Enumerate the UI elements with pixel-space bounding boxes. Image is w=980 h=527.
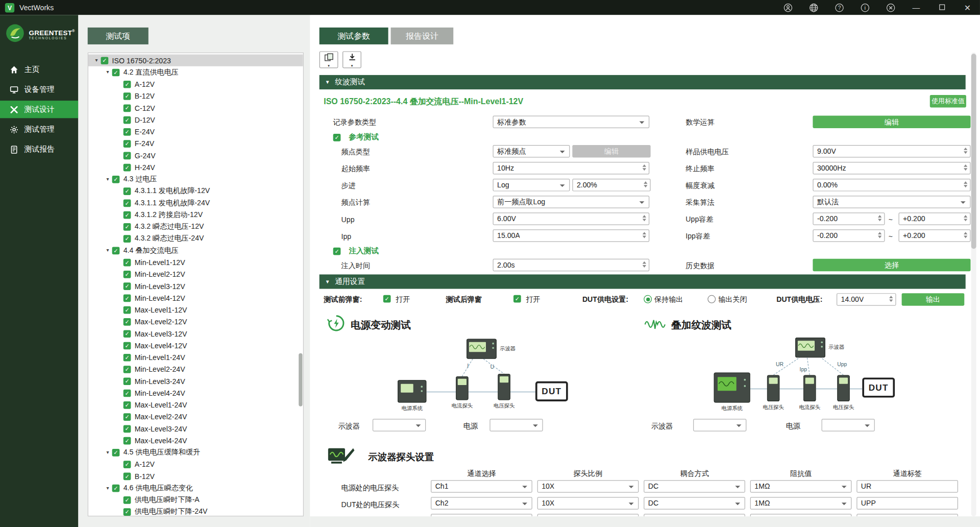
power-select[interactable] (822, 419, 875, 431)
node-checkbox[interactable]: ✓ (124, 116, 131, 124)
node-checkbox[interactable]: ✓ (101, 57, 109, 64)
tree-node[interactable]: ✓F-24V (88, 137, 303, 149)
upp-tolerance-high-input[interactable]: +0.200 (898, 212, 970, 225)
ripple-test-section-bar[interactable]: ▼ 纹波测试 (320, 75, 966, 89)
general-settings-section-bar[interactable]: ▼ 通用设置 (320, 274, 966, 289)
node-checkbox[interactable]: ✓ (124, 342, 131, 349)
node-checkbox[interactable]: ✓ (112, 68, 120, 76)
node-checkbox[interactable]: ✓ (124, 152, 131, 159)
info-icon[interactable]: i (860, 3, 870, 13)
node-checkbox[interactable]: ✓ (124, 461, 131, 468)
exit-icon[interactable] (886, 3, 896, 13)
channel-tag-input[interactable]: UPP (856, 497, 958, 509)
post-test-popup-checkbox[interactable]: ✓ (513, 295, 521, 303)
node-checkbox[interactable]: ✓ (124, 294, 131, 302)
node-checkbox[interactable]: ✓ (124, 413, 131, 421)
tree-node[interactable]: ✓Min-Level3-24V (88, 375, 303, 387)
node-checkbox[interactable]: ✓ (124, 496, 131, 504)
tree-node[interactable]: ✓Max-Level2-24V (88, 411, 303, 422)
expander-icon[interactable]: ▼ (92, 58, 101, 63)
node-checkbox[interactable]: ✓ (112, 484, 120, 492)
tree-node[interactable]: ✓供电电压瞬时下降-A (88, 494, 303, 506)
node-checkbox[interactable]: ✓ (124, 92, 131, 100)
ipp-input[interactable]: 15.00A (493, 229, 649, 242)
tree-node[interactable]: ✓供电电压瞬时下降-24V (88, 506, 303, 516)
node-checkbox[interactable]: ✓ (124, 353, 131, 361)
node-checkbox[interactable]: ✓ (124, 258, 131, 266)
sample-supply-voltage-input[interactable]: 9.00V (813, 145, 970, 157)
tree-node[interactable]: ✓Min-Level4-12V (88, 292, 303, 304)
sidebar-item-manage[interactable]: 测试管理 (0, 121, 78, 138)
expander-icon[interactable]: ▼ (103, 450, 112, 454)
node-checkbox[interactable]: ✓ (112, 247, 120, 254)
tree-node[interactable]: ✓A-12V (88, 78, 303, 90)
end-frequency-input[interactable]: 30000Hz (813, 162, 970, 174)
tree-node[interactable]: ✓Min-Level4-24V (88, 387, 303, 399)
node-checkbox[interactable]: ✓ (124, 318, 131, 326)
impedance-select[interactable]: 1MΩ (750, 480, 852, 492)
minimize-button[interactable]: — (911, 3, 921, 12)
oscilloscope-select[interactable] (373, 419, 426, 431)
upp-input[interactable]: 6.00V (493, 212, 649, 225)
maximize-button[interactable] (937, 3, 947, 12)
expander-icon[interactable]: ▼ (103, 248, 112, 253)
probe-ratio-select[interactable]: 10X (537, 497, 639, 509)
tree-node[interactable]: ✓Max-Level1-24V (88, 399, 303, 411)
step-mode-select[interactable]: Log (493, 179, 570, 191)
tree-node[interactable]: ✓Min-Level1-24V (88, 351, 303, 363)
ipp-tolerance-low-input[interactable]: -0.200 (813, 229, 885, 242)
node-checkbox[interactable]: ✓ (124, 282, 131, 290)
node-checkbox[interactable]: ✓ (124, 425, 131, 433)
node-checkbox[interactable]: ✓ (112, 175, 120, 183)
node-checkbox[interactable]: ✓ (124, 437, 131, 444)
start-frequency-input[interactable]: 10Hz (493, 162, 649, 174)
main-scrollbar[interactable] (971, 53, 976, 516)
use-standard-values-button[interactable]: 使用标准值 (930, 95, 966, 107)
ipp-tolerance-high-input[interactable]: +0.200 (898, 229, 970, 242)
tree-node[interactable]: ▼✓4.3 过电压 (88, 173, 303, 185)
injection-test-checkbox[interactable]: ✓ (333, 247, 341, 255)
pre-test-popup-checkbox[interactable]: ✓ (383, 295, 391, 303)
tree-node[interactable]: ✓C-12V (88, 102, 303, 114)
main-scrollbar-thumb[interactable] (971, 54, 976, 249)
node-checkbox[interactable]: ✓ (124, 508, 131, 516)
help-icon[interactable]: ? (834, 3, 844, 13)
tree-node[interactable]: ✓B-12V (88, 470, 303, 482)
tree-node[interactable]: ✓H-24V (88, 161, 303, 173)
sidebar-item-design[interactable]: 测试设计 (0, 101, 78, 118)
tree-node[interactable]: ✓Min-Level2-12V (88, 268, 303, 280)
node-checkbox[interactable]: ✓ (124, 401, 131, 409)
tree-node[interactable]: ✓Max-Level4-24V (88, 435, 303, 446)
tab-report-design[interactable]: 报告设计 (391, 28, 454, 44)
reference-test-checkbox[interactable]: ✓ (333, 133, 341, 141)
node-checkbox[interactable]: ✓ (112, 448, 120, 456)
channel-select[interactable]: Ch2 (431, 497, 532, 509)
tree-node[interactable]: ✓Min-Level1-12V (88, 256, 303, 268)
tree-node[interactable]: ✓Min-Level2-24V (88, 363, 303, 375)
tree-node[interactable]: ▼✓4.6 供电电压瞬态变化 (88, 482, 303, 494)
record-param-type-select[interactable]: 标准参数 (493, 115, 649, 128)
expander-icon[interactable]: ▼ (103, 177, 112, 181)
tree-node[interactable]: ▼✓4.4 叠加交流电压 (88, 245, 303, 256)
node-checkbox[interactable]: ✓ (124, 187, 131, 195)
tree-node[interactable]: ✓B-12V (88, 90, 303, 102)
close-button[interactable]: ✕ (963, 3, 973, 12)
tree-node[interactable]: ✓E-24V (88, 126, 303, 137)
coupling-select[interactable]: DC (644, 497, 745, 509)
sidebar-item-devices[interactable]: 设备管理 (0, 81, 78, 98)
node-checkbox[interactable]: ✓ (124, 377, 131, 385)
node-checkbox[interactable]: ✓ (124, 223, 131, 230)
amplitude-attenuation-input[interactable]: 0.00% (813, 179, 970, 191)
test-items-header[interactable]: 测试项 (88, 28, 149, 44)
node-checkbox[interactable]: ✓ (124, 270, 131, 278)
tree-node[interactable]: ✓4.3.1.1 发电机故障-24V (88, 197, 303, 209)
power-select[interactable] (489, 419, 543, 431)
node-checkbox[interactable]: ✓ (124, 235, 131, 243)
output-off-radio[interactable] (707, 295, 716, 303)
node-checkbox[interactable]: ✓ (124, 140, 131, 148)
tree-node[interactable]: ✓4.3.1.1 发电机故障-12V (88, 185, 303, 197)
tree-node[interactable]: ✓4.3.2 瞬态过电压-12V (88, 221, 303, 232)
upp-tolerance-low-input[interactable]: -0.200 (813, 212, 885, 225)
tree-node[interactable]: ▼✓4.5 供电电压缓降和缓升 (88, 446, 303, 458)
keep-output-radio[interactable] (644, 295, 652, 303)
